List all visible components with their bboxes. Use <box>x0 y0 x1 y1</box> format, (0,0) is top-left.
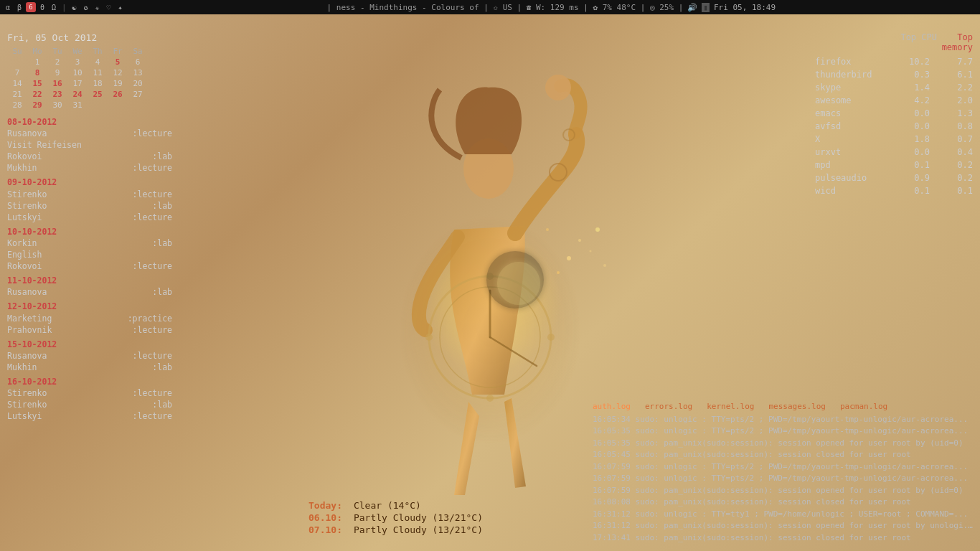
cal-day-empty1 <box>7 57 27 67</box>
cal-day-13: 13 <box>128 67 148 78</box>
svg-point-14 <box>578 239 581 242</box>
weather-widget: Today: Clear (14°C) 06.10: Partly Cloudy… <box>308 500 483 537</box>
log-tab-kernel[interactable]: kernel.log <box>707 402 754 411</box>
icon-star[interactable]: ✪ <box>81 2 91 12</box>
cal-day-29: 29 <box>27 100 47 110</box>
right-panel: Top CPU Top memory firefox10.27.7thunder… <box>815 32 973 197</box>
weather-day1: 06.10: Partly Cloudy (13/21°C) <box>308 512 483 523</box>
sep1: | <box>62 3 67 12</box>
cal-hdr-th: Th <box>88 46 108 57</box>
today-label: Today: <box>308 500 342 511</box>
proc-row-urxvt: urxvt0.00.4 <box>815 146 973 159</box>
icon-theta[interactable]: θ <box>37 2 47 12</box>
log-line-1: 16:05:35 sudo: unlogic : TTY=pts/2 ; PWD… <box>593 425 973 438</box>
proc-cpu: 0.0 <box>901 120 930 133</box>
proc-row-avfsd: avfsd0.00.8 <box>815 120 973 133</box>
proc-mem: 6.1 <box>944 68 973 81</box>
sched-row-rusanova-lec2: Rusanova :lecture <box>7 350 172 362</box>
log-line-10: 17:13:41 sudo: pam_unix(sudo:session): s… <box>593 532 973 545</box>
cal-day-27: 27 <box>128 89 148 100</box>
sched-date-4: 12-10-2012 <box>7 301 172 312</box>
figure-art <box>347 29 633 517</box>
icon-alpha[interactable]: α <box>3 2 13 12</box>
proc-name: skype <box>815 81 887 94</box>
cal-day-26: 26 <box>108 89 128 100</box>
calendar: Fri, 05 Oct 2012 Su Mo Tu We Th Fr Sa 1 … <box>7 32 172 110</box>
sched-row-korkin-lab: Korkin :lab <box>7 237 172 249</box>
sched-date-0: 08-10-2012 <box>7 116 172 128</box>
proc-mem: 0.2 <box>944 159 973 171</box>
sched-row-stirenko-lab1: Stirenko :lab <box>7 200 172 212</box>
log-line-2: 16:05:35 sudo: pam_unix(sudo:session): s… <box>593 438 973 450</box>
svg-point-19 <box>603 264 606 267</box>
cal-day-5: 5 <box>108 57 128 67</box>
weather-day2: 07.10: Partly Cloudy (13/21°C) <box>308 524 483 535</box>
sched-row-rokovoi-lec: Rokovoi :lecture <box>7 260 172 272</box>
col-process <box>815 32 894 52</box>
log-tabs: auth.log errors.log kernel.log messages.… <box>593 402 973 411</box>
sched-row-stirenko-lab2: Stirenko :lab <box>7 399 172 410</box>
proc-row-awesome: awesome4.22.0 <box>815 94 973 107</box>
cal-day-24: 24 <box>67 89 88 100</box>
process-list: firefox10.27.7thunderbird0.36.1skype1.42… <box>815 55 973 197</box>
proc-mem: 2.2 <box>944 81 973 94</box>
sched-row-english: English <box>7 249 172 260</box>
proc-cpu: 0.1 <box>901 159 930 171</box>
proc-cpu: 0.9 <box>901 171 930 184</box>
icon-6[interactable]: 6 <box>26 2 36 12</box>
sched-row-lutskyi-lec1: Lutskyi :lecture <box>7 212 172 223</box>
day2-label: 07.10: <box>308 524 342 535</box>
cal-day-7: 7 <box>7 67 27 78</box>
icon-heart[interactable]: ♡ <box>104 2 114 12</box>
cal-day-23: 23 <box>47 89 67 100</box>
cal-day-16: 16 <box>47 78 67 89</box>
proc-row-wicd: wicd0.10.1 <box>815 184 973 197</box>
cal-hdr-tu: Tu <box>47 46 67 57</box>
proc-name: wicd <box>815 184 887 197</box>
svg-point-16 <box>590 250 592 253</box>
proc-row-X: X1.80.7 <box>815 133 973 146</box>
log-tab-errors[interactable]: errors.log <box>645 402 692 411</box>
log-tab-pacman[interactable]: pacman.log <box>840 402 887 411</box>
sched-row-stirenko-lec1: Stirenko :lecture <box>7 189 172 200</box>
cal-hdr-sa: Sa <box>128 46 148 57</box>
cal-day-empty3 <box>108 100 128 110</box>
log-line-0: 16:05:34 sudo: unlogic : TTY=pts/2 ; PWD… <box>593 414 973 426</box>
cal-day-17: 17 <box>67 78 88 89</box>
topbar-status: | ness - Mindthings - Colours of | ✩ US … <box>327 3 684 12</box>
proc-mem: 0.2 <box>944 171 973 184</box>
proc-row-thunderbird: thunderbird0.36.1 <box>815 68 973 81</box>
log-line-6: 16:07:59 sudo: pam_unix(sudo:session): s… <box>593 485 973 497</box>
cal-day-30: 30 <box>47 100 67 110</box>
sched-row-visit: Visit Reifeisen <box>7 139 172 151</box>
proc-name: pulseaudio <box>815 171 887 184</box>
cal-day-empty2 <box>88 100 108 110</box>
svg-point-15 <box>557 271 560 274</box>
cal-day-21: 21 <box>7 89 27 100</box>
cal-hdr-fr: Fr <box>108 46 128 57</box>
log-tab-messages[interactable]: messages.log <box>768 402 825 411</box>
icon-yin[interactable]: ☯ <box>70 2 80 12</box>
icon-beta[interactable]: β <box>14 2 24 12</box>
proc-cpu: 10.2 <box>901 55 930 68</box>
cal-day-8: 8 <box>27 67 47 78</box>
proc-name: urxvt <box>815 146 887 159</box>
icon-biohaz[interactable]: ☣ <box>93 2 103 12</box>
svg-point-13 <box>567 256 571 260</box>
log-tab-auth[interactable]: auth.log <box>593 402 631 411</box>
icon-omega[interactable]: Ω <box>49 2 59 12</box>
log-line-3: 16:05:45 sudo: pam_unix(sudo:session): s… <box>593 449 973 461</box>
panel-column-headers: Top CPU Top memory <box>815 32 973 52</box>
sched-date-2: 10-10-2012 <box>7 226 172 237</box>
proc-cpu: 1.4 <box>901 81 930 94</box>
svg-point-18 <box>595 227 600 232</box>
cal-day-6: 6 <box>128 57 148 67</box>
day1-label: 06.10: <box>308 512 342 523</box>
cal-day-20: 20 <box>128 78 148 89</box>
proc-mem: 0.4 <box>944 146 973 159</box>
topbar-center: | ness - Mindthings - Colours of | ✩ US … <box>126 3 977 12</box>
today-value: Clear (14°C) <box>354 500 421 511</box>
icon-sparkle[interactable]: ✦ <box>116 2 126 12</box>
proc-name: awesome <box>815 94 887 107</box>
day1-value: Partly Cloudy (13/21°C) <box>354 512 483 523</box>
